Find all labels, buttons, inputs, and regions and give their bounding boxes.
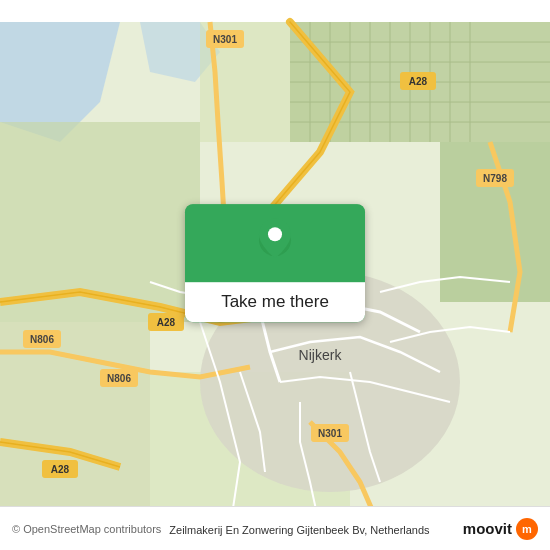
svg-text:Nijkerk: Nijkerk	[299, 347, 343, 363]
moovit-m-icon: m	[520, 522, 534, 536]
moovit-logo: moovit m	[463, 518, 538, 540]
svg-text:N798: N798	[483, 173, 507, 184]
bottom-bar: © OpenStreetMap contributors Zeilmakerij…	[0, 506, 550, 550]
svg-text:N806: N806	[107, 373, 131, 384]
take-me-there-label: Take me there	[221, 292, 329, 311]
osm-copyright: © OpenStreetMap contributors	[12, 523, 161, 535]
map-container: A28 A28 A28 N301 N301 N806 N806 N798 Nij…	[0, 0, 550, 550]
place-name: Zeilmakerij En Zonwering Gijtenbeek Bv, …	[169, 524, 429, 536]
location-pin-icon-overlay	[257, 216, 293, 260]
svg-text:m: m	[522, 523, 532, 535]
bottom-bar-center: Zeilmakerij En Zonwering Gijtenbeek Bv, …	[161, 520, 462, 538]
take-me-there-button[interactable]: Take me there	[185, 204, 365, 322]
moovit-brand-text: moovit	[463, 520, 512, 537]
svg-text:A28: A28	[51, 464, 70, 475]
svg-text:N301: N301	[318, 428, 342, 439]
svg-point-42	[268, 227, 282, 241]
svg-text:N301: N301	[213, 34, 237, 45]
bottom-bar-left: © OpenStreetMap contributors	[12, 523, 161, 535]
svg-text:A28: A28	[409, 76, 428, 87]
button-label-area: Take me there	[185, 282, 365, 322]
svg-text:N806: N806	[30, 334, 54, 345]
svg-text:A28: A28	[157, 317, 176, 328]
button-icon-area	[185, 204, 365, 282]
moovit-icon: m	[516, 518, 538, 540]
